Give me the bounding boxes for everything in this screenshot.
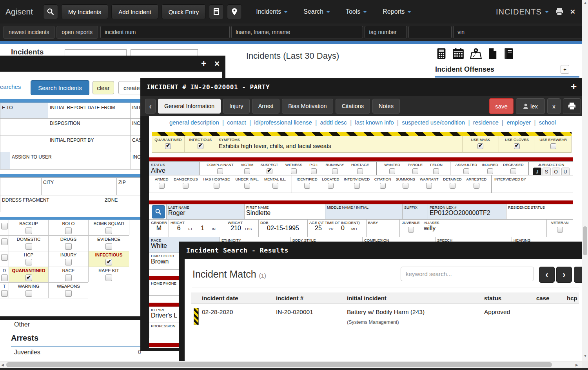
party-tab[interactable]: Notes [372,99,400,114]
checkbox[interactable] [487,168,493,174]
checkbox[interactable] [1,254,8,261]
checkbox[interactable] [477,143,483,149]
name-field[interactable]: PERSON LEX # EP012OO200000TF2 [428,204,506,219]
initial-report-by-field[interactable]: INITIAL REPORT BY [48,135,131,152]
symptoms-field[interactable]: SYMPTOMS Exhibits high fever, chills, an… [216,136,463,152]
empty-field[interactable] [0,135,48,152]
cut-field[interactable] [0,177,42,195]
age-field[interactable]: AGE (AT TIME OF INCIDENT) 25YR. 0MO. [307,219,367,237]
calendar-icon[interactable] [452,48,464,60]
navbar-menu[interactable]: Reports [383,8,411,15]
checkbox[interactable] [272,183,278,189]
checkbox[interactable] [105,259,112,265]
name-field[interactable]: RESIDENCE STATUS [506,204,573,219]
search-window-titlebar[interactable]: + ✕ [0,56,225,72]
checkbox[interactable] [514,143,520,149]
checkbox[interactable] [426,183,432,189]
checkbox[interactable] [65,227,72,234]
checkbox[interactable] [1,274,8,281]
party-tab[interactable]: Injury [223,99,249,114]
checkbox[interactable] [357,168,363,174]
checkbox[interactable] [65,274,72,281]
horizontal-scroll-thumb[interactable] [6,362,552,367]
checkbox[interactable] [450,183,456,189]
checkbox[interactable] [217,168,223,174]
assign-to-user-field[interactable]: ASSIGN TO USER [10,152,131,170]
quick-search-input[interactable] [365,26,407,38]
checkbox[interactable] [267,168,272,174]
checkbox[interactable] [311,168,317,174]
navbar-menu[interactable]: Search [303,8,330,15]
checkbox[interactable] [474,183,479,189]
party-tab[interactable]: Bias Motivation [282,99,333,114]
results-titlebar[interactable]: Incident Search - Results [179,242,588,259]
checkbox[interactable] [1,238,8,245]
vertical-scroll-thumb[interactable] [583,226,587,255]
checkbox[interactable] [244,183,250,189]
checkbox[interactable] [403,183,408,189]
weight-field[interactable]: WEIGHT 210LBS. [226,219,259,237]
add-icon[interactable]: + [201,58,206,69]
print-button[interactable] [563,98,581,114]
party-tab[interactable]: Citations [336,99,370,114]
search-incidents-button[interactable]: Search Incidents [31,80,89,95]
checkbox[interactable] [25,290,32,297]
prev-page-button[interactable]: ‹ [539,267,555,283]
calculator-icon[interactable] [436,48,447,60]
checkbox[interactable] [214,183,220,189]
navbar-menu[interactable]: Tools [346,8,367,15]
cut-field[interactable] [0,152,10,170]
checkbox[interactable] [412,168,418,174]
empty-field[interactable] [0,118,48,135]
status-field[interactable]: STATUS Alive [149,162,200,175]
party-tab[interactable]: General Information [158,99,221,114]
checkbox[interactable] [159,183,165,189]
list-item-other[interactable]: Other [14,321,30,328]
add-icon[interactable]: + [571,81,577,92]
jurisdiction-option[interactable]: J [533,168,541,176]
party-section-link[interactable]: residence [473,119,507,126]
navbar-button[interactable]: Add Incident [111,4,158,19]
vertical-scrollbar[interactable]: ▲ ▼ [582,0,588,361]
jurisdiction-option[interactable]: S [543,168,551,176]
notebook-icon[interactable] [503,48,514,60]
name-field[interactable]: SUFFIX [403,204,428,219]
quickbar-tab[interactable]: open reports [56,26,98,39]
scroll-right-arrow[interactable]: ▶ [575,363,578,367]
table-row[interactable]: 02-28-2020 IN-20-020001 Battery w/ Bodil… [191,304,579,328]
name-field[interactable]: MIDDLE NAME / INITIAL [325,204,403,219]
next-page-button[interactable]: › [556,267,572,283]
disposition-field[interactable]: DISPOSITION [48,118,131,135]
height-field[interactable]: HEIGHT 6FT. 1IN. [169,219,226,237]
checkbox[interactable] [463,168,469,174]
user-button[interactable]: lex [516,98,545,114]
checkbox[interactable] [25,259,32,265]
baby-field[interactable]: BABY [366,219,400,237]
party-section-link[interactable]: suspected use/condition [402,119,473,126]
list-item-juveniles[interactable]: Juveniles [14,349,40,356]
quick-search-input[interactable] [408,26,452,38]
map-pin-button[interactable] [227,4,242,19]
checkbox[interactable] [557,227,563,233]
party-section-link[interactable]: contact [227,119,254,126]
name-field[interactable]: LAST NAME Roger [167,204,245,219]
saved-searches-link[interactable]: earches [0,83,21,90]
party-titlebar[interactable]: INCIDENT # IN-20-020001 - PARTY + [140,78,588,96]
horizontal-scrollbar[interactable]: ◀ ▶ [0,361,582,368]
keyword-search-input[interactable] [401,267,534,281]
person-search-button[interactable] [152,205,165,218]
checkbox[interactable] [510,168,516,174]
checkbox[interactable] [1,290,8,297]
party-section-link[interactable]: last known info [355,119,402,126]
jurisdiction-option[interactable]: O [552,168,560,176]
checkbox[interactable] [389,168,395,174]
quick-search-input[interactable] [100,26,230,38]
search-button[interactable] [43,4,58,19]
close-icon[interactable]: ✕ [570,8,575,16]
close-icon[interactable]: ✕ [214,60,220,68]
checkbox[interactable] [105,227,112,234]
add-offense-button[interactable]: + [561,65,569,74]
scroll-down-arrow[interactable]: ▼ [582,354,588,358]
initial-report-date-from-field[interactable]: INITIAL REPORT DATE FROM [48,103,131,119]
gender-field[interactable]: GENDERM [149,219,169,237]
